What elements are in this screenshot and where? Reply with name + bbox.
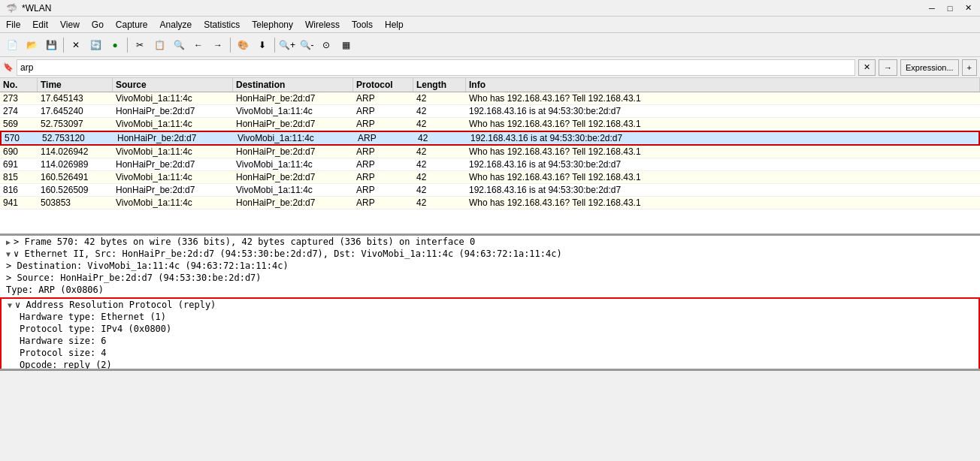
ethernet-detail[interactable]: ▼ ∨ Ethernet II, Src: HonHaiPr_be:2d:d7 … [0, 248, 980, 260]
packet-detail[interactable]: ▶ > Frame 570: 42 bytes on wire (336 bit… [0, 236, 980, 371]
filter-plus-btn[interactable]: + [962, 59, 977, 76]
packet-rows: 27317.645143VivoMobi_1a:11:4cHonHaiPr_be… [0, 92, 980, 209]
menu-item-help[interactable]: Help [379, 18, 410, 32]
toolbar-cut-btn[interactable]: ✂ [131, 36, 149, 54]
pkt-cell-source: HonHaiPr_be:2d:d7 [113, 105, 233, 117]
table-row[interactable]: 691114.026989HonHaiPr_be:2d:d7VivoMobi_1… [0, 158, 980, 171]
pkt-cell-no: 274 [0, 105, 38, 117]
pkt-cell-no: 941 [0, 197, 38, 209]
menu-item-capture[interactable]: Capture [110, 18, 154, 32]
toolbar-find-btn[interactable]: 🔍 [170, 36, 188, 54]
minimize-button[interactable]: ─ [926, 2, 938, 14]
col-time: Time [38, 78, 113, 92]
toolbar-zoom-reset-btn[interactable]: ⊙ [317, 36, 335, 54]
pkt-cell-length: 42 [413, 105, 466, 117]
source-detail[interactable]: > Source: HonHaiPr_be:2d:d7 (94:53:30:be… [0, 272, 980, 284]
pkt-cell-length: 42 [413, 146, 466, 158]
toolbar-new-btn[interactable]: 📄 [3, 36, 21, 54]
table-row[interactable]: 690114.026942VivoMobi_1a:11:4cHonHaiPr_b… [0, 146, 980, 158]
arp-header-line[interactable]: ▼ ∨ Address Resolution Protocol (reply) [2, 299, 978, 311]
col-length: Length [413, 78, 466, 92]
menu-item-statistics[interactable]: Statistics [198, 18, 246, 32]
type-detail-text: Type: ARP (0x0806) [6, 285, 104, 295]
pkt-cell-length: 42 [413, 171, 466, 183]
toolbar-save-btn[interactable]: 💾 [42, 36, 60, 54]
toolbar-sep-3 [230, 38, 231, 53]
toolbar: 📄 📂 💾 ✕ 🔄 ● ✂ 📋 🔍 ← → 🎨 ⬇ 🔍+ 🔍- ⊙ ▦ [0, 33, 980, 57]
toolbar-open-btn[interactable]: 📂 [23, 36, 41, 54]
toolbar-back-btn[interactable]: ← [189, 36, 207, 54]
pkt-cell-info: 192.168.43.16 is at 94:53:30:be:2d:d7 [467, 132, 978, 144]
pkt-cell-source: VivoMobi_1a:11:4c [113, 92, 233, 104]
pkt-cell-info: 192.168.43.16 is at 94:53:30:be:2d:d7 [466, 105, 980, 117]
arp-detail-line: Hardware type: Ethernet (1) [2, 311, 978, 323]
table-row[interactable]: 57052.753120HonHaiPr_be:2d:d7VivoMobi_1a… [0, 131, 980, 146]
filter-input[interactable] [17, 59, 855, 76]
close-button[interactable]: ✕ [962, 2, 974, 14]
menu-item-analyze[interactable]: Analyze [154, 18, 198, 32]
toolbar-colorize-btn[interactable]: 🎨 [234, 36, 252, 54]
pkt-cell-time: 160.526509 [38, 184, 113, 196]
table-row[interactable]: 941503853VivoMobi_1a:11:4cHonHaiPr_be:2d… [0, 197, 980, 209]
filter-expression-btn[interactable]: Expression... [900, 59, 959, 76]
toolbar-forward-btn[interactable]: → [209, 36, 227, 54]
menubar: FileEditViewGoCaptureAnalyzeStatisticsTe… [0, 17, 980, 33]
maximize-button[interactable]: □ [944, 2, 956, 14]
arp-lines: Hardware type: Ethernet (1) Protocol typ… [2, 311, 978, 371]
col-destination: Destination [233, 78, 353, 92]
toolbar-window-btn[interactable]: ▦ [337, 36, 355, 54]
arp-detail-line: Opcode: reply (2) [2, 359, 978, 371]
table-row[interactable]: 816160.526509HonHaiPr_be:2d:d7VivoMobi_1… [0, 184, 980, 197]
toolbar-copy-btn[interactable]: 📋 [150, 36, 168, 54]
pkt-cell-source: HonHaiPr_be:2d:d7 [113, 184, 233, 196]
destination-detail[interactable]: > Destination: VivoMobi_1a:11:4c (94:63:… [0, 260, 980, 272]
main-content: No. Time Source Destination Protocol Len… [0, 78, 980, 461]
pkt-cell-no: 569 [0, 118, 38, 130]
toolbar-auto-scroll-btn[interactable]: ⬇ [253, 36, 271, 54]
toolbar-sep-1 [63, 38, 64, 53]
arp-header-text: ∨ Address Resolution Protocol (reply) [15, 300, 216, 310]
frame-detail-text: > Frame 570: 42 bytes on wire (336 bits)… [14, 237, 475, 247]
pkt-cell-no: 691 [0, 158, 38, 170]
packet-list[interactable]: No. Time Source Destination Protocol Len… [0, 78, 980, 236]
ethernet-detail-text: ∨ Ethernet II, Src: HonHaiPr_be:2d:d7 (9… [14, 249, 562, 259]
pkt-cell-source: HonHaiPr_be:2d:d7 [114, 132, 234, 144]
pkt-cell-time: 52.753097 [38, 118, 113, 130]
pkt-cell-protocol: ARP [353, 171, 413, 183]
pkt-cell-protocol: ARP [353, 158, 413, 170]
pkt-cell-destination: VivoMobi_1a:11:4c [233, 184, 353, 196]
table-row[interactable]: 27417.645240HonHaiPr_be:2d:d7VivoMobi_1a… [0, 105, 980, 118]
menu-item-telephony[interactable]: Telephony [246, 18, 299, 32]
ethernet-expand-arrow: ▼ [6, 250, 11, 258]
menu-item-edit[interactable]: Edit [26, 18, 54, 32]
arp-detail-line: Protocol type: IPv4 (0x0800) [2, 323, 978, 335]
toolbar-reload-btn[interactable]: 🔄 [86, 36, 104, 54]
pkt-cell-time: 17.645240 [38, 105, 113, 117]
table-row[interactable]: 27317.645143VivoMobi_1a:11:4cHonHaiPr_be… [0, 92, 980, 105]
arp-detail: ▼ ∨ Address Resolution Protocol (reply) … [0, 297, 980, 371]
toolbar-zoom-out-btn[interactable]: 🔍- [298, 36, 316, 54]
pkt-cell-source: VivoMobi_1a:11:4c [113, 146, 233, 158]
pkt-cell-time: 52.753120 [39, 132, 114, 144]
pkt-cell-protocol: ARP [353, 92, 413, 104]
table-row[interactable]: 56952.753097VivoMobi_1a:11:4cHonHaiPr_be… [0, 118, 980, 131]
toolbar-close-btn[interactable]: ✕ [67, 36, 85, 54]
col-info: Info [466, 78, 980, 92]
menu-item-wireless[interactable]: Wireless [299, 18, 346, 32]
pkt-cell-destination: HonHaiPr_be:2d:d7 [233, 171, 353, 183]
filter-clear-btn[interactable]: ✕ [858, 59, 876, 76]
menu-item-file[interactable]: File [0, 18, 26, 32]
filter-apply-btn[interactable]: → [879, 59, 897, 76]
menu-item-go[interactable]: Go [86, 18, 110, 32]
toolbar-capture-btn[interactable]: ● [106, 36, 124, 54]
menu-item-tools[interactable]: Tools [346, 18, 379, 32]
pkt-cell-time: 114.026942 [38, 146, 113, 158]
type-detail: Type: ARP (0x0806) [0, 284, 980, 296]
pkt-cell-source: VivoMobi_1a:11:4c [113, 171, 233, 183]
pkt-cell-length: 42 [413, 184, 466, 196]
toolbar-zoom-in-btn[interactable]: 🔍+ [278, 36, 296, 54]
filter-label: 🔖 [3, 62, 14, 72]
table-row[interactable]: 815160.526491VivoMobi_1a:11:4cHonHaiPr_b… [0, 171, 980, 184]
menu-item-view[interactable]: View [54, 18, 86, 32]
frame-detail[interactable]: ▶ > Frame 570: 42 bytes on wire (336 bit… [0, 236, 980, 248]
